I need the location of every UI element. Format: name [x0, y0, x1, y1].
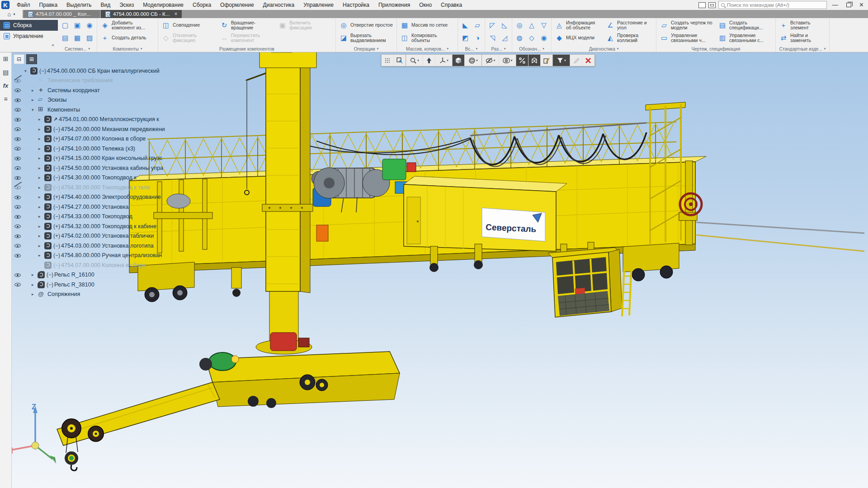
expand-arrow-icon[interactable]: ▸ — [38, 214, 44, 219]
ribbon-button[interactable]: ▣Включить фиксацию — [276, 19, 334, 32]
ribbon-button[interactable]: ◑ — [472, 32, 483, 44]
layout-toggle-icon[interactable] — [698, 2, 706, 8]
visibility-eye-icon[interactable] — [13, 144, 24, 154]
tree-row[interactable]: ▸ ↗ (+) 4754.32.00.000 Токоподвод к каби… — [13, 221, 169, 231]
tree-row[interactable]: ▸ ↗ (−) 4754.50.00.000 Установка кабины … — [13, 163, 169, 173]
ribbon-button[interactable]: ◿ — [499, 32, 510, 44]
ribbon-button[interactable]: ◍ — [514, 32, 525, 44]
ribbon-collapse-button[interactable]: « — [0, 42, 58, 48]
ribbon-button[interactable]: ◫Совпадение — [160, 19, 217, 32]
show-hidden-objects-button[interactable]: ▾ — [499, 55, 516, 66]
expand-arrow-icon[interactable]: ▸ — [38, 185, 44, 190]
tree-row[interactable]: ▸ ↗ (−) Рельс R_16100 — [13, 270, 169, 280]
ribbon-group-footer[interactable]: Компоненты▾ — [99, 46, 156, 52]
document-tab[interactable]: 4754.07.00.000 _ Кол... — [24, 10, 100, 18]
expand-arrow-icon[interactable]: ▸ — [38, 146, 44, 151]
ribbon-button[interactable]: ◩ — [459, 32, 471, 44]
tree-row[interactable]: ▸ ↗ (−) 4754.03.00.000 Установка логотип… — [13, 241, 169, 251]
ribbon-button[interactable]: ◺ — [499, 19, 510, 32]
ribbon-button[interactable]: ↔Переместить компонент — [218, 32, 276, 44]
ribbon-group-footer[interactable]: Чертеж, спецификация▾ — [658, 46, 774, 52]
menu-item[interactable]: Файл — [12, 0, 35, 9]
display-wireframe-button[interactable]: ▾ — [465, 55, 482, 66]
ribbon-button[interactable]: ▱ — [472, 19, 483, 32]
expand-arrow-icon[interactable]: ▸ — [38, 244, 44, 248]
expand-arrow-icon[interactable]: ▾ — [32, 108, 38, 112]
visibility-eye-icon[interactable] — [13, 76, 24, 86]
ribbon-button[interactable]: ◇Отключить фиксацию — [160, 32, 217, 44]
visibility-eye-icon[interactable] — [13, 270, 24, 280]
menu-item[interactable]: Правка — [35, 0, 62, 9]
home-tab-button[interactable]: ⌂▾ — [0, 10, 23, 18]
expand-arrow-icon[interactable]: ▸ — [38, 224, 44, 229]
ribbon-group-footer[interactable]: Обознач...▾ — [514, 46, 550, 52]
expand-arrow-icon[interactable]: ▸ — [32, 282, 38, 287]
visibility-eye-icon[interactable] — [13, 163, 24, 173]
ribbon-button[interactable]: +Вставить элемент — [777, 19, 828, 32]
menu-item[interactable]: Справка — [436, 0, 467, 9]
ribbon-button[interactable]: ▣ — [71, 19, 83, 32]
menu-panel-icon[interactable]: ≡ — [4, 95, 7, 103]
ribbon-group-footer[interactable]: Системн...▾ — [59, 46, 95, 52]
expand-arrow-icon[interactable]: ▸ — [32, 292, 38, 296]
ribbon-button[interactable]: △ — [526, 19, 538, 32]
visibility-eye-icon[interactable] — [13, 221, 24, 231]
tree-row[interactable]: ▸ ↗ Системы координат — [13, 85, 169, 95]
section-clip-button[interactable] — [516, 55, 528, 66]
tree-row[interactable]: ▸ ↗ (−) 4754.33.00.000 Токоподвод — [13, 212, 169, 222]
visibility-eye-icon[interactable] — [13, 212, 24, 222]
tree-row[interactable]: ▸ ↗ (−) 4754.80.00.000 Ручная централизо… — [13, 251, 169, 261]
visibility-eye-icon[interactable] — [13, 241, 24, 251]
tree-row[interactable]: ↗ Технические требования — [13, 76, 169, 86]
expand-arrow-icon[interactable]: ▸ — [38, 166, 44, 170]
ribbon-button[interactable]: ◎Отверстие простое — [337, 19, 395, 32]
ribbon-button[interactable]: ◫Копировать объекты — [398, 32, 456, 44]
close-toolbar-button[interactable] — [582, 55, 594, 66]
visibility-eye-icon[interactable] — [13, 192, 24, 202]
tree-structure-view-button[interactable]: ⊞ — [26, 54, 37, 64]
panels-togg1le-icon[interactable] — [708, 2, 716, 8]
expand-arrow-icon[interactable]: ▸ — [32, 98, 38, 102]
orientation-axes-button[interactable]: ▾ — [435, 55, 453, 66]
document-tab[interactable]: 4754.00.00.000 СБ - К... × — [101, 10, 182, 18]
visibility-eye-icon[interactable] — [13, 154, 24, 164]
menu-item[interactable]: Управление — [299, 0, 338, 9]
ribbon-button[interactable]: ◪Вырезать выдавливанием — [337, 32, 395, 44]
hide-objects-button[interactable]: ▾ — [482, 55, 499, 66]
visibility-eye-icon[interactable] — [13, 202, 24, 212]
visibility-eye-icon[interactable] — [13, 115, 24, 125]
tree-row[interactable]: ▸ ↗ (+) 4754.02.00.000 Установка табличк… — [13, 231, 169, 241]
tree-row[interactable]: ▸ ↗ (−) 4754.30.00.000 Токоподвод к — [13, 173, 169, 183]
ribbon-group-footer[interactable]: Стандартные изде...▾ — [777, 46, 828, 52]
ribbon-group-footer[interactable]: Вс...▾ — [459, 46, 483, 52]
tree-row[interactable]: ▸ ↗ (−) 4754.20.00.000 Механизм передвиж… — [13, 124, 169, 134]
ribbon-group-footer[interactable]: Раз...▾ — [486, 46, 510, 52]
ribbon-group-footer[interactable]: Размещение компонентов▾ — [160, 46, 334, 52]
expand-arrow-icon[interactable]: ▾ — [24, 69, 30, 73]
view-up-orientation-button[interactable] — [423, 55, 435, 66]
visibility-eye-icon[interactable] — [13, 85, 24, 95]
ribbon-group-footer[interactable]: Массив, копиров...▾ — [398, 46, 456, 52]
visibility-eye-icon[interactable] — [13, 183, 24, 192]
ribbon-mode-tab-assembly[interactable]: ◫ Сборка — [0, 20, 58, 31]
tree-row[interactable]: ▸ ↗ (+) 4754.15.00.000 Кран консольный г… — [13, 154, 169, 164]
ribbon-button[interactable]: ▥Управление связанными с... — [716, 32, 774, 44]
tree-row[interactable]: ▸ ↗ 4754.01.00.000 Металлоконструкция к — [13, 115, 169, 125]
ribbon-button[interactable]: ⇄Найти и заменить — [777, 32, 828, 44]
visibility-eye-icon[interactable] — [13, 124, 24, 134]
visibility-eye-icon[interactable] — [13, 173, 24, 183]
menu-item[interactable]: Сборка — [188, 0, 216, 9]
ribbon-button[interactable]: ▽ — [538, 19, 550, 32]
ribbon-group-footer[interactable]: Диагностика▾ — [553, 46, 655, 52]
visibility-eye-icon[interactable] — [13, 105, 24, 115]
expand-arrow-icon[interactable]: ▸ — [38, 195, 44, 199]
section-view-button[interactable] — [528, 55, 541, 66]
ribbon-button[interactable]: ◆МЦХ модели — [553, 32, 604, 44]
display-filter-button[interactable]: ▾ — [553, 55, 570, 66]
ribbon-button[interactable]: ▦Массив по сетке — [398, 19, 456, 32]
tree-row[interactable]: ▸ ↗ (−) 4754.30.00.000 Токоподвод к теле — [13, 183, 169, 192]
expand-arrow-icon[interactable]: ▸ — [38, 127, 44, 131]
ribbon-button[interactable]: ◉ — [84, 19, 95, 32]
ribbon-button[interactable]: +Создать деталь — [99, 32, 156, 44]
menu-item[interactable]: Оформление — [216, 0, 258, 9]
